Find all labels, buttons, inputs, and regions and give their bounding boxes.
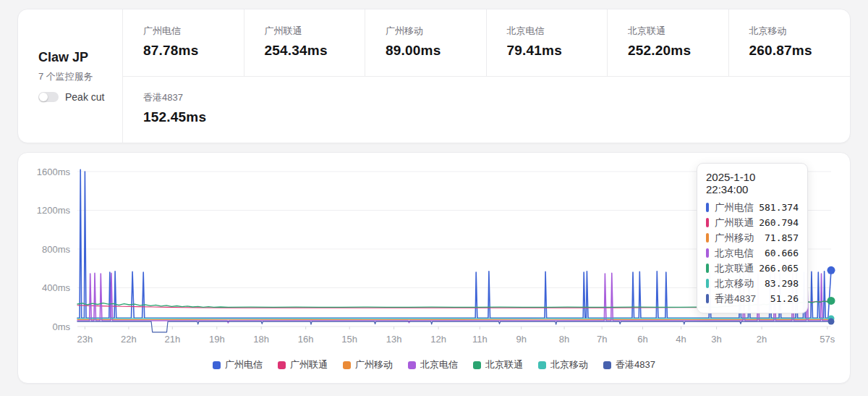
tooltip-series-name: 广州移动 [715,232,754,245]
legend-marker-icon [473,361,481,369]
series-marker-icon [706,264,709,273]
peak-cut-label: Peak cut [65,91,104,103]
peak-cut-toggle[interactable] [38,92,59,102]
svg-text:11h: 11h [472,334,488,345]
tooltip-row: 北京电信60.666 [706,245,799,261]
legend-label: 北京电信 [420,358,458,371]
legend-marker-icon [213,361,221,369]
legend-item-0[interactable]: 广州电信 [213,358,263,371]
legend-marker-icon [343,361,351,369]
monitor-service-count: 7 个监控服务 [38,70,122,83]
tooltip-series-name: 广州电信 [715,201,754,214]
legend-item-1[interactable]: 广州联通 [278,358,328,371]
monitor-summary-card: Claw JP 7 个监控服务 Peak cut 广州电信87.78ms广州联通… [17,9,851,143]
stat-tile-1[interactable]: 广州联通254.34ms [244,9,366,76]
stat-tile-label: 北京移动 [749,25,845,38]
stat-tile-5[interactable]: 北京移动260.87ms [729,9,851,76]
svg-text:21h: 21h [164,334,180,345]
legend-item-4[interactable]: 北京联通 [473,358,523,371]
stat-tile-value: 89.00ms [386,43,480,59]
tooltip-series-value: 266.065 [759,263,799,274]
tooltip-series-value: 51.26 [770,293,799,304]
svg-text:12h: 12h [430,334,446,345]
svg-text:57s: 57s [820,334,835,345]
legend-item-5[interactable]: 北京移动 [538,358,588,371]
svg-text:3h: 3h [711,334,721,345]
legend-label: 香港4837 [616,358,655,371]
legend-marker-icon [603,361,611,369]
stat-tile-value: 252.20ms [628,43,723,59]
stat-tile-2[interactable]: 广州移动89.00ms [365,9,487,76]
tooltip-rows: 广州电信581.374广州联通260.794广州移动71.857北京电信60.6… [706,200,799,306]
svg-text:7h: 7h [597,334,607,345]
legend-label: 广州移动 [355,358,393,371]
svg-text:15h: 15h [341,334,357,345]
tooltip-row: 广州电信581.374 [706,200,799,215]
legend-marker-icon [408,361,416,369]
peak-cut-row: Peak cut [38,91,122,103]
tooltip-row: 广州移动71.857 [706,230,799,245]
svg-text:2h: 2h [757,334,767,345]
svg-text:22h: 22h [121,334,137,345]
toggle-knob-icon [39,93,48,101]
tooltip-row: 广州联通260.794 [706,215,799,230]
stat-tile-value: 260.87ms [749,43,845,59]
stat-tile-label: 广州电信 [143,25,238,38]
legend-item-3[interactable]: 北京电信 [408,358,458,371]
svg-text:6h: 6h [637,334,647,345]
legend-label: 广州电信 [225,358,263,371]
series-marker-icon [706,203,709,212]
stat-tile-label: 广州联通 [265,25,359,38]
page: Claw JP 7 个监控服务 Peak cut 广州电信87.78ms广州联通… [0,0,868,384]
stat-tile-value: 152.45ms [143,109,239,125]
series-marker-icon [706,233,709,243]
stat-tile-label: 香港4837 [143,91,239,104]
svg-text:1600ms: 1600ms [37,167,71,177]
tooltip-series-name: 北京移动 [715,277,754,290]
svg-text:400ms: 400ms [42,282,71,293]
tooltip-series-value: 581.374 [759,202,799,213]
svg-text:1200ms: 1200ms [37,205,71,216]
svg-text:16h: 16h [298,334,314,345]
svg-text:0ms: 0ms [52,321,70,332]
stat-tile-3[interactable]: 北京电信79.41ms [487,9,608,76]
svg-text:800ms: 800ms [42,244,71,255]
stat-tile-0[interactable]: 广州电信87.78ms [123,9,244,76]
tooltip-timestamp: 2025-1-10 22:34:00 [706,171,799,195]
series-marker-icon [706,294,709,303]
tooltip-row: 北京移动83.298 [706,276,799,291]
legend-label: 北京联通 [485,358,523,371]
series-marker-icon [706,218,709,227]
tooltip-series-value: 60.666 [765,248,799,258]
legend-item-2[interactable]: 广州移动 [343,358,393,371]
stat-tile-value: 87.78ms [143,43,238,59]
svg-text:23h: 23h [77,334,93,345]
stat-tile-6[interactable]: 香港4837152.45ms [123,76,244,143]
latency-chart-card: 0ms400ms800ms1200ms1600ms23h22h21h19h18h… [17,152,851,384]
tooltip-series-name: 香港4837 [715,292,756,306]
monitor-title: Claw JP [38,50,122,65]
tooltip-row: 香港483751.26 [706,291,799,306]
tooltip-series-value: 71.857 [765,232,799,243]
stat-tile-label: 广州移动 [386,25,480,38]
stat-tile-label: 北京联通 [628,25,723,38]
svg-text:8h: 8h [559,334,569,345]
legend-item-6[interactable]: 香港4837 [603,358,655,371]
chart-legend: 广州电信广州联通广州移动北京电信北京联通北京移动香港4837 [27,358,841,371]
tooltip-series-value: 83.298 [765,278,799,289]
series-marker-icon [706,279,709,288]
stat-tile-value: 79.41ms [507,43,602,59]
svg-text:4h: 4h [676,334,686,345]
stat-tile-label: 北京电信 [507,25,602,38]
chart-tooltip: 2025-1-10 22:34:00 广州电信581.374广州联通260.79… [697,163,808,313]
tooltip-row: 北京联通266.065 [706,261,799,276]
monitor-info-panel: Claw JP 7 个监控服务 Peak cut [18,9,123,143]
svg-text:13h: 13h [386,334,402,345]
stat-tile-value: 254.34ms [265,43,359,59]
legend-label: 北京移动 [550,358,588,371]
tooltip-series-value: 260.794 [759,217,799,228]
tooltip-series-name: 广州联通 [715,216,754,229]
series-marker-icon [706,248,709,258]
stat-tiles: 广州电信87.78ms广州联通254.34ms广州移动89.00ms北京电信79… [123,9,850,143]
stat-tile-4[interactable]: 北京联通252.20ms [608,9,729,76]
